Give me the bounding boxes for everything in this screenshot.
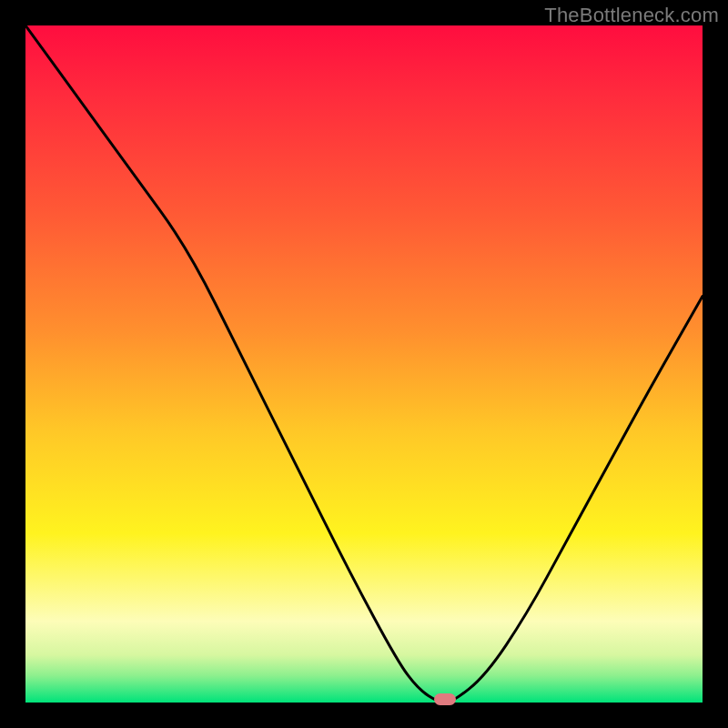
bottleneck-curve [25,25,703,703]
optimal-marker [434,693,456,705]
chart-plot-area [25,25,703,703]
chart-frame: TheBottleneck.com [0,0,728,728]
watermark-text: TheBottleneck.com [544,4,719,27]
